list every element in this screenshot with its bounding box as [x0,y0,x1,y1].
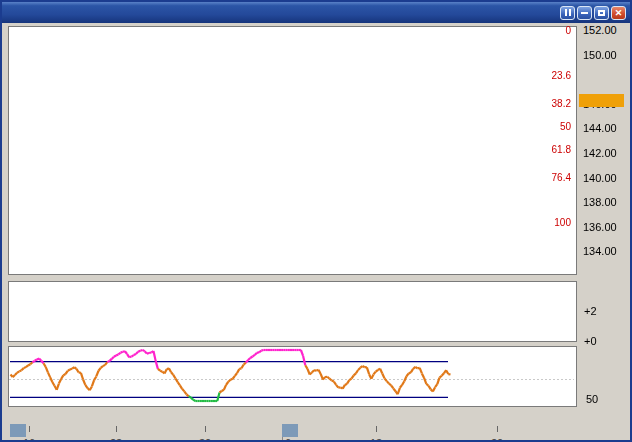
date-tick [29,426,30,432]
fib-level-label: 0 [565,25,571,36]
pause-icon [565,9,567,16]
close-button[interactable]: ✕ [611,6,626,20]
price-axis-label: 136.00 [583,221,617,233]
current-price-label [579,94,624,107]
rsi-panel [8,346,577,407]
macd-axis-label: +0 [584,335,597,347]
date-tick [376,426,377,432]
minimize-icon [581,12,588,14]
month-badge-mar [10,424,26,437]
price-axis-label: 142.00 [583,147,617,159]
rsi-axis-label: 50 [586,393,598,405]
price-axis-label: 144.00 [583,122,617,134]
price-axis-label: 152.00 [583,24,617,36]
fib-level-label: 61.8 [552,144,571,155]
price-axis-label: 138.00 [583,196,617,208]
pause-button[interactable] [560,6,575,20]
price-axis-label: 134.00 [583,245,617,257]
fib-level-label: 100 [554,217,571,228]
date-tick [497,426,498,432]
date-tick [116,426,117,432]
price-axis-label: 140.00 [583,172,617,184]
date-label: 13 [362,437,390,442]
price-chart-canvas[interactable] [9,27,574,272]
chart-client-area: 152.00150.00146.00144.00142.00140.00138.… [2,23,630,440]
fib-level-label: 38.2 [552,98,571,109]
title-bar[interactable]: ✕ [2,2,630,23]
date-tick [205,426,206,432]
maximize-icon [598,10,605,16]
month-badge-apr [282,424,298,437]
maximize-button[interactable] [594,6,609,20]
date-label: 30 [191,437,219,442]
date-label: 6 [274,437,302,442]
date-label: 16 [15,437,43,442]
rsi-chart-canvas[interactable] [9,347,574,404]
macd-panel [8,281,577,342]
macd-chart-canvas[interactable] [9,282,574,339]
fib-level-label: 50 [560,121,571,132]
price-panel [8,26,577,275]
date-label: 23 [102,437,130,442]
window-controls: ✕ [560,6,626,20]
date-label: 20 [483,437,511,442]
minimize-button[interactable] [577,6,592,20]
close-icon: ✕ [615,8,623,18]
chart-window: ✕ 152.00150.00146.00144.00142.00140.0013… [0,0,632,442]
price-axis-label: 150.00 [583,49,617,61]
fib-level-label: 76.4 [552,172,571,183]
macd-axis-label: +2 [584,305,597,317]
fib-level-label: 23.6 [552,70,571,81]
